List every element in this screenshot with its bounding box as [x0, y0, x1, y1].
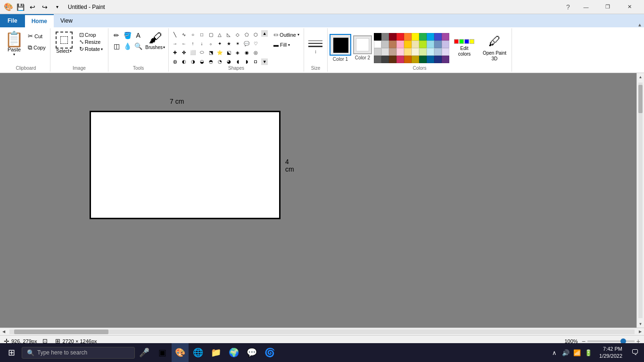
- shape-down-arrow[interactable]: ↓: [198, 39, 206, 48]
- color1-button[interactable]: [330, 34, 351, 56]
- palette-r4c9[interactable]: [434, 56, 442, 63]
- taskbar-task-view-button[interactable]: ▣: [154, 343, 171, 362]
- hscroll-left-button[interactable]: ◀: [0, 328, 8, 336]
- help-button[interactable]: ?: [561, 0, 575, 14]
- shape-misc15[interactable]: ◗: [242, 57, 251, 66]
- zoom-slider[interactable]: [587, 340, 635, 342]
- notification-button[interactable]: 🗨: [628, 343, 642, 362]
- palette-darkred[interactable]: [389, 33, 396, 41]
- shape-rect[interactable]: □: [198, 30, 206, 39]
- palette-purple[interactable]: [442, 33, 449, 41]
- color-picker-tool[interactable]: 💧: [122, 41, 132, 51]
- palette-r4c4[interactable]: [396, 56, 404, 63]
- palette-orange[interactable]: [404, 33, 412, 41]
- save-button[interactable]: 💾: [15, 2, 25, 12]
- palette-r4c6[interactable]: [412, 56, 419, 63]
- palette-gold[interactable]: [404, 41, 412, 48]
- shape-sharp-star[interactable]: ✤: [180, 48, 188, 57]
- palette-r4c3[interactable]: [389, 56, 396, 63]
- pencil-tool[interactable]: ✏: [111, 30, 122, 41]
- palette-gray[interactable]: [381, 33, 389, 41]
- taskbar-chrome-button[interactable]: 🌍: [225, 343, 242, 362]
- shape-curve[interactable]: ∿: [180, 30, 188, 39]
- magnify-tool[interactable]: 🔍: [133, 41, 143, 51]
- shape-misc1[interactable]: ⬔: [206, 48, 215, 57]
- shape-rounded-rect2[interactable]: ⬜: [189, 48, 197, 57]
- palette-lime[interactable]: [419, 41, 427, 48]
- vertical-scrollbar[interactable]: ▲ ▼: [636, 73, 644, 328]
- outline-button[interactable]: ▭ Outline ▾: [271, 30, 302, 39]
- shape-up-arrow[interactable]: ↑: [189, 39, 197, 48]
- hscroll-track[interactable]: [9, 329, 635, 334]
- palette-r4c2[interactable]: [381, 56, 389, 63]
- shape-misc11[interactable]: ◓: [206, 57, 215, 66]
- vscroll-down-button[interactable]: ▼: [637, 320, 644, 328]
- shape-star5[interactable]: ★: [224, 39, 233, 48]
- tab-view[interactable]: View: [54, 14, 79, 27]
- shape-misc9[interactable]: ◑: [189, 57, 197, 66]
- shape-misc7[interactable]: ◍: [171, 57, 179, 66]
- undo-button[interactable]: ↩: [27, 2, 38, 12]
- shape-misc10[interactable]: ◒: [198, 57, 206, 66]
- palette-r4c7[interactable]: [419, 56, 427, 63]
- shape-line[interactable]: ╲: [171, 30, 179, 39]
- palette-cornflower[interactable]: [434, 41, 442, 48]
- qat-customize-button[interactable]: ▾: [52, 2, 62, 12]
- taskbar-app7-button[interactable]: 🌀: [261, 343, 278, 362]
- vscroll-thumb[interactable]: [638, 85, 643, 113]
- palette-r3c10[interactable]: [442, 48, 449, 56]
- palette-r4c1[interactable]: [374, 56, 381, 63]
- palette-r3c4[interactable]: [396, 48, 404, 56]
- ribbon-collapse-button[interactable]: ▲: [636, 22, 644, 27]
- shape-star6[interactable]: ✶: [233, 39, 242, 48]
- tray-volume-icon[interactable]: 🔊: [561, 343, 571, 362]
- palette-red[interactable]: [396, 33, 404, 41]
- search-bar[interactable]: 🔍 Type here to search: [22, 347, 135, 359]
- fill-tool[interactable]: 🪣: [122, 30, 132, 41]
- shape-left-arrow[interactable]: ←: [180, 39, 188, 48]
- palette-r3c8[interactable]: [427, 48, 434, 56]
- tray-network-icon[interactable]: 📶: [572, 343, 582, 362]
- palette-r3c2[interactable]: [381, 48, 389, 56]
- palette-lightgray[interactable]: [381, 41, 389, 48]
- shape-right-triangle[interactable]: ◺: [224, 30, 233, 39]
- open-paint3d-button[interactable]: 🖊 Open Paint 3D: [479, 32, 510, 64]
- color2-button[interactable]: [353, 35, 372, 54]
- palette-green[interactable]: [419, 33, 427, 41]
- palette-r3c3[interactable]: [389, 48, 396, 56]
- select-button[interactable]: Select ▾: [53, 30, 75, 55]
- hscroll-right-button[interactable]: ▶: [636, 328, 644, 336]
- redo-button[interactable]: ↪: [40, 2, 50, 12]
- shape-triangle[interactable]: △: [215, 30, 224, 39]
- shape-diamond[interactable]: ◇: [233, 30, 242, 39]
- taskbar-edge-button[interactable]: 🌐: [190, 343, 206, 362]
- palette-r3c7[interactable]: [419, 48, 427, 56]
- shape-star4[interactable]: ✦: [215, 39, 224, 48]
- shape-hexagon[interactable]: ⬡: [251, 30, 260, 39]
- shape-misc13[interactable]: ◕: [224, 57, 233, 66]
- tray-battery-icon[interactable]: 🔋: [583, 343, 594, 362]
- tray-expand-button[interactable]: ∧: [549, 343, 560, 362]
- size-selector[interactable]: ↕: [307, 36, 324, 59]
- shape-misc2[interactable]: ⭐: [215, 48, 224, 57]
- palette-blue[interactable]: [434, 33, 442, 41]
- shapes-scroll-down[interactable]: ▼: [261, 58, 268, 65]
- shape-right-arrow[interactable]: →: [171, 39, 179, 48]
- copy-button[interactable]: ⧉ Copy: [25, 42, 48, 53]
- palette-r3c9[interactable]: [434, 48, 442, 56]
- palette-white[interactable]: [374, 41, 381, 48]
- shape-oval[interactable]: ○: [189, 30, 197, 39]
- shape-callout[interactable]: 💬: [242, 39, 251, 48]
- crop-button[interactable]: ⊡ Crop ⤡ Resize ↻ Rotate ▾: [77, 30, 105, 54]
- taskbar-zalo-button[interactable]: 💬: [243, 343, 260, 362]
- restore-button[interactable]: ❐: [597, 0, 619, 14]
- vscroll-track[interactable]: [638, 82, 643, 318]
- palette-r4c8[interactable]: [427, 56, 434, 63]
- shape-misc4[interactable]: ◈: [233, 48, 242, 57]
- edit-colors-button[interactable]: Edit colors: [451, 37, 478, 59]
- shape-misc12[interactable]: ◔: [215, 57, 224, 66]
- shapes-scroll-up[interactable]: ▲: [261, 30, 268, 37]
- paste-button[interactable]: 📋 Paste ▾: [4, 29, 25, 59]
- shape-misc5[interactable]: ◉: [242, 48, 251, 57]
- tab-file[interactable]: File: [0, 14, 25, 27]
